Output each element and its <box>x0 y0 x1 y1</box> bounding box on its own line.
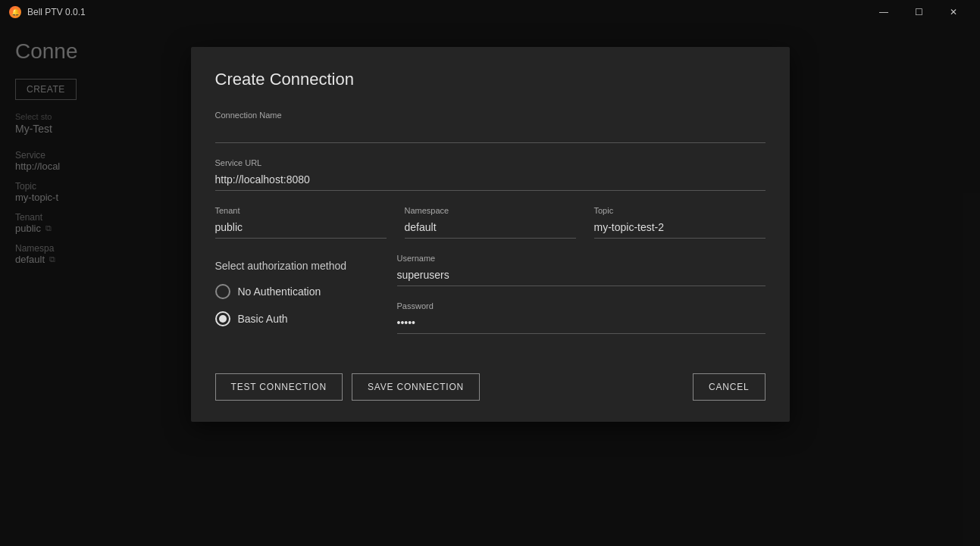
app-icon: 🔔 <box>9 6 21 18</box>
basic-auth-option[interactable]: Basic Auth <box>215 311 397 326</box>
close-button[interactable]: ✕ <box>936 0 971 24</box>
namespace-input[interactable] <box>405 218 576 239</box>
namespace-field: Namespace <box>405 206 576 239</box>
modal-overlay: Create Connection Connection Name Servic… <box>0 24 980 546</box>
service-url-field: Service URL <box>215 158 766 191</box>
titlebar-controls: — ☐ ✕ <box>866 0 971 24</box>
maximize-button[interactable]: ☐ <box>901 0 936 24</box>
tenant-field: Tenant <box>215 206 387 239</box>
modal-title: Create Connection <box>215 70 766 89</box>
app-title: Bell PTV 0.0.1 <box>27 7 86 17</box>
username-input[interactable] <box>397 266 766 286</box>
connection-name-field: Connection Name <box>215 111 766 143</box>
connection-name-label: Connection Name <box>215 111 766 120</box>
titlebar: 🔔 Bell PTV 0.0.1 — ☐ ✕ <box>0 0 980 24</box>
topic-field-label: Topic <box>594 206 766 215</box>
no-auth-radio[interactable] <box>215 284 230 299</box>
no-auth-option[interactable]: No Authentication <box>215 284 397 299</box>
username-label: Username <box>397 254 766 263</box>
topic-input[interactable] <box>594 218 766 239</box>
modal-footer: TEST CONNECTION SAVE CONNECTION CANCEL <box>215 373 766 401</box>
auth-right: Username Password <box>397 254 766 349</box>
namespace-field-label: Namespace <box>405 206 576 215</box>
titlebar-left: 🔔 Bell PTV 0.0.1 <box>9 6 86 18</box>
basic-auth-label: Basic Auth <box>238 313 288 325</box>
password-field: Password <box>397 301 766 334</box>
service-url-input[interactable] <box>215 170 766 191</box>
test-connection-button[interactable]: TEST CONNECTION <box>215 373 343 401</box>
tenant-namespace-topic-row: Tenant Namespace Topic <box>215 206 766 239</box>
no-auth-label: No Authentication <box>238 285 321 298</box>
auth-section-label: Select authorization method <box>215 260 397 272</box>
tenant-field-label: Tenant <box>215 206 387 215</box>
cancel-button[interactable]: CANCEL <box>693 373 765 401</box>
password-label: Password <box>397 301 766 310</box>
topic-field: Topic <box>594 206 766 239</box>
save-connection-button[interactable]: SAVE CONNECTION <box>352 373 480 401</box>
create-connection-modal: Create Connection Connection Name Servic… <box>191 47 790 422</box>
tenant-input[interactable] <box>215 218 387 239</box>
password-input[interactable] <box>397 314 766 334</box>
connection-name-input[interactable] <box>215 123 766 143</box>
basic-auth-radio[interactable] <box>215 311 230 326</box>
username-field: Username <box>397 254 766 286</box>
auth-section: Select authorization method No Authentic… <box>215 254 766 349</box>
minimize-button[interactable]: — <box>866 0 901 24</box>
service-url-label: Service URL <box>215 158 766 167</box>
auth-left: Select authorization method No Authentic… <box>215 254 397 349</box>
main-area: Conne CREATE Select sto My-Test Service … <box>0 24 980 546</box>
